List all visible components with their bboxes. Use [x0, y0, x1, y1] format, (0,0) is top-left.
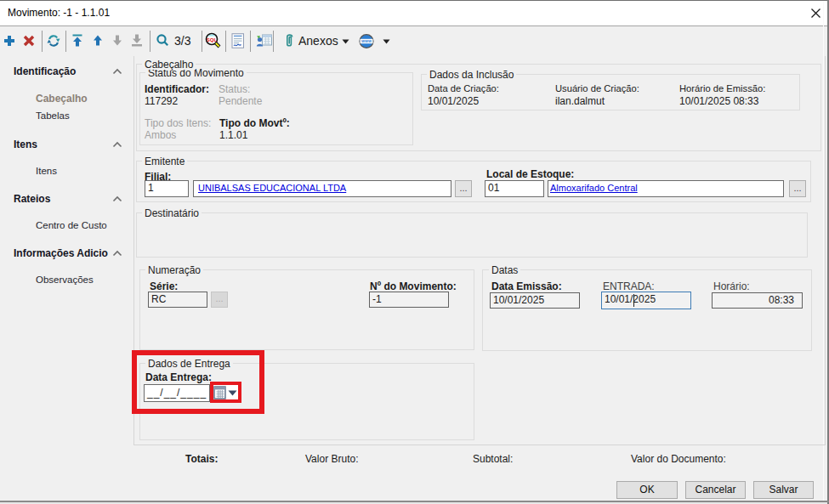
svg-text:WWW: WWW: [361, 39, 372, 43]
svg-text:SQL: SQL: [207, 37, 218, 42]
